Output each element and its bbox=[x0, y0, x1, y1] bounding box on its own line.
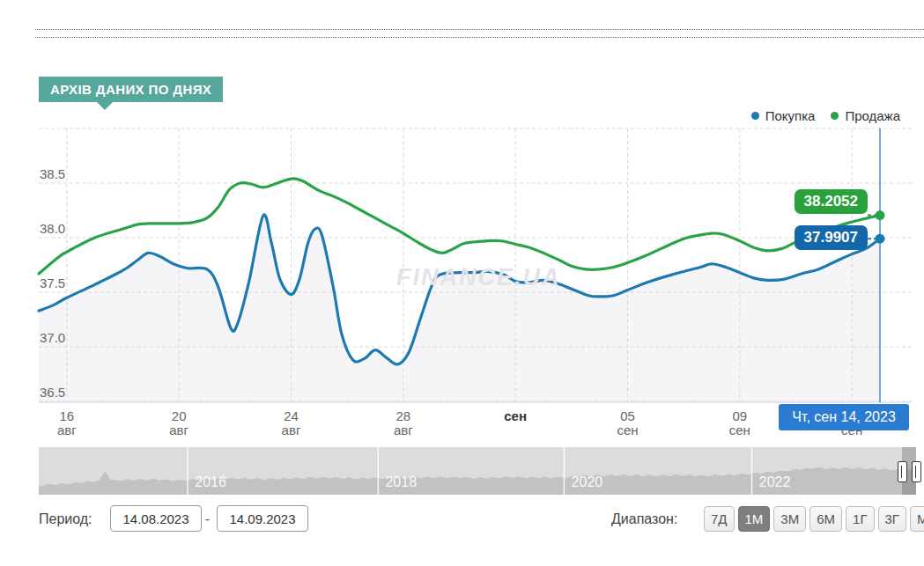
y-tick-label: 38.0 bbox=[40, 221, 65, 236]
range-button-1Г[interactable]: 1Г bbox=[846, 506, 874, 532]
navigator-year-divider bbox=[187, 447, 188, 495]
x-tick-line1: 28 bbox=[395, 408, 410, 423]
x-tick-line1: 09 bbox=[732, 408, 747, 423]
period-separator: - bbox=[205, 511, 210, 526]
period-from-input[interactable] bbox=[110, 505, 202, 532]
chart-plot bbox=[0, 0, 924, 445]
navigator-year-divider bbox=[564, 447, 565, 495]
range-button-3Г[interactable]: 3Г bbox=[878, 506, 906, 532]
sell-last-marker bbox=[876, 210, 885, 220]
range-button-1М[interactable]: 1М bbox=[738, 506, 771, 532]
x-tick-line2: авг bbox=[263, 423, 320, 437]
range-button-3М[interactable]: 3М bbox=[773, 506, 806, 532]
navigator-year-label: 2016 bbox=[195, 474, 226, 490]
range-buttons: 7Д1М3М6М1Г3ГMAX bbox=[704, 506, 924, 532]
buy-value-label: 37.9907 bbox=[795, 225, 868, 250]
range-button-MAX[interactable]: MAX bbox=[910, 506, 924, 532]
x-tick-label: сен bbox=[487, 409, 543, 423]
x-tick-line1: 05 bbox=[620, 408, 635, 423]
x-tick-line2: авг bbox=[39, 423, 95, 437]
x-tick-label: 16авг bbox=[39, 409, 95, 437]
y-tick-label: 36.5 bbox=[40, 385, 65, 400]
navigator[interactable]: 2016201820202022 bbox=[39, 447, 916, 495]
x-tick-label: 24авг bbox=[263, 409, 320, 437]
x-tick-label: 28авг bbox=[375, 409, 432, 437]
crosshair-tooltip: Чт, сен 14, 2023 bbox=[779, 404, 909, 430]
range-label: Диапазон: bbox=[611, 511, 677, 527]
bottom-controls: Период: - Диапазон: 7Д1М3М6М1Г3ГMAX bbox=[0, 502, 924, 537]
x-tick-line2: авг bbox=[151, 423, 207, 437]
sell-value-label: 38.2052 bbox=[795, 189, 868, 214]
range-button-6М[interactable]: 6М bbox=[809, 506, 842, 532]
y-tick-label: 38.5 bbox=[40, 166, 65, 181]
period-label: Период: bbox=[39, 511, 92, 527]
navigator-left-handle[interactable] bbox=[898, 461, 907, 482]
x-tick-line1: 16 bbox=[59, 408, 74, 423]
buy-area-fill bbox=[39, 215, 880, 402]
navigator-right-handle[interactable] bbox=[912, 461, 921, 482]
x-tick-line2: сен bbox=[712, 423, 768, 437]
navigator-year-divider bbox=[378, 447, 380, 495]
x-tick-label: 09сен bbox=[712, 409, 768, 437]
watermark: FINANCE.UA bbox=[396, 264, 561, 291]
navigator-year-label: 2018 bbox=[385, 474, 417, 490]
navigator-year-label: 2020 bbox=[572, 474, 603, 490]
y-tick-label: 37.0 bbox=[40, 330, 65, 345]
x-tick-line1: сен bbox=[504, 408, 527, 423]
y-tick-label: 37.5 bbox=[40, 276, 65, 290]
x-tick-line1: 24 bbox=[284, 408, 299, 423]
page-root: АРХІВ ДАНИХ ПО ДНЯХ ПокупкаПродажа 36.53… bbox=[0, 0, 924, 566]
x-tick-line2: авг bbox=[375, 423, 432, 437]
x-tick-label: 20авг bbox=[151, 409, 207, 437]
range-button-7Д[interactable]: 7Д bbox=[704, 506, 735, 532]
x-tick-line2: сен bbox=[600, 423, 656, 437]
buy-last-marker bbox=[876, 234, 885, 244]
period-to-input[interactable] bbox=[217, 505, 308, 532]
navigator-year-divider bbox=[751, 447, 753, 495]
navigator-year-label: 2022 bbox=[759, 474, 791, 490]
x-tick-line1: 20 bbox=[172, 408, 187, 423]
x-tick-label: 05сен bbox=[600, 409, 656, 437]
